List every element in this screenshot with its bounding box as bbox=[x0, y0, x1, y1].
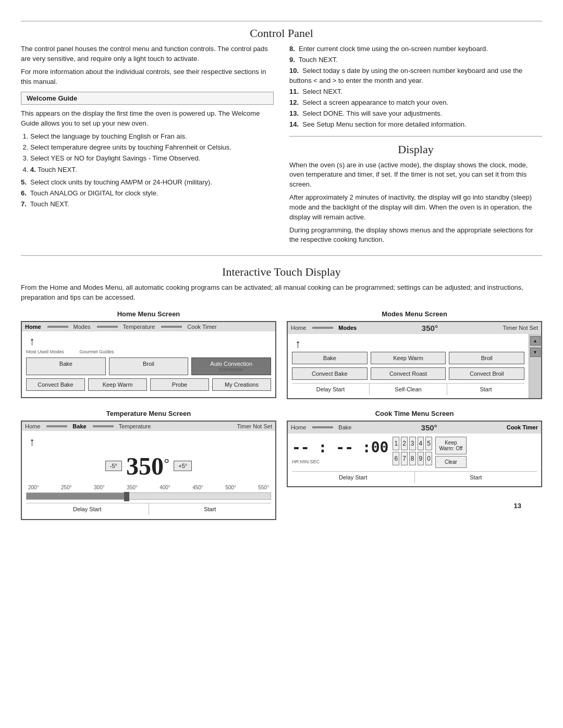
temp-start-btn[interactable]: Start bbox=[149, 503, 272, 515]
control-panel-title: Control Panel bbox=[21, 27, 542, 40]
numpad-side-buttons: Keep Warm: Off Clear bbox=[435, 437, 467, 468]
modes-scroll-down-btn[interactable]: ▼ bbox=[530, 348, 541, 357]
temp-scale-550: 550° bbox=[258, 485, 269, 490]
cook-header-timer[interactable]: Cook Timer bbox=[507, 424, 538, 430]
modes-scroll-up-btn[interactable]: ▲ bbox=[530, 336, 541, 346]
welcome-step-14: 14. See Setup Menu section for more deta… bbox=[289, 120, 542, 129]
home-my-creations-btn[interactable]: My Creations bbox=[212, 378, 271, 391]
display-para1: When the oven (s) are in use (active mod… bbox=[289, 161, 542, 190]
welcome-step-1: Select the language by touching English … bbox=[30, 132, 274, 141]
modes-start-btn[interactable]: Start bbox=[447, 384, 524, 395]
temp-delay-start-btn[interactable]: Delay Start bbox=[26, 503, 149, 515]
home-header-bar2 bbox=[97, 326, 118, 328]
home-screen-body: ↑ Most Used Modes Gourmet Guides Bake Br… bbox=[22, 331, 275, 397]
home-header-timer[interactable]: Cook Timer bbox=[187, 324, 216, 330]
numpad-9[interactable]: 9 bbox=[418, 452, 424, 465]
temp-screen-label: Temperature Menu Screen bbox=[21, 410, 276, 417]
temp-plus-btn[interactable]: +5° bbox=[174, 461, 192, 471]
welcome-step-6: 6. Touch ANALOG or DIGITAL for clock sty… bbox=[21, 189, 274, 198]
modes-up-arrow: ↑ bbox=[295, 338, 524, 350]
temp-screen-block: Temperature Menu Screen Home Bake Temper… bbox=[21, 410, 276, 520]
home-bake-btn[interactable]: Bake bbox=[26, 357, 106, 375]
home-broil-btn[interactable]: Broil bbox=[109, 357, 189, 375]
numpad-2[interactable]: 2 bbox=[401, 437, 408, 450]
home-screen-block: Home Menu Screen Home Modes Temperature … bbox=[21, 310, 276, 399]
cook-header-bake[interactable]: Bake bbox=[338, 424, 351, 430]
cook-time-display: -- : -- :00 bbox=[292, 439, 388, 456]
home-header-bar3 bbox=[161, 326, 182, 328]
modes-btn-row1: Bake Keep Warm Broil bbox=[292, 352, 524, 364]
numpad-6[interactable]: 6 bbox=[393, 452, 399, 465]
numpad-5[interactable]: 5 bbox=[425, 437, 432, 450]
modes-bake-btn[interactable]: Bake bbox=[292, 352, 368, 364]
modes-delay-start-btn[interactable]: Delay Start bbox=[292, 384, 370, 395]
modes-convect-broil-btn[interactable]: Convect Broil bbox=[449, 367, 524, 380]
cook-delay-start-btn[interactable]: Delay Start bbox=[292, 472, 415, 483]
temp-scale-300: 300° bbox=[94, 485, 105, 490]
temp-header-bake[interactable]: Bake bbox=[72, 423, 86, 429]
page-number: 13 bbox=[514, 502, 521, 510]
welcome-guide-steps-right: 8. Enter current clock time using the on… bbox=[289, 44, 542, 130]
modes-broil-btn[interactable]: Broil bbox=[449, 352, 524, 364]
cook-time-screen-block: Cook Time Menu Screen Home Bake 350° Coo… bbox=[287, 410, 542, 520]
cook-hr-label: HR:MIN:SEC bbox=[292, 459, 388, 464]
numpad-8[interactable]: 8 bbox=[409, 452, 416, 465]
welcome-step-2: Select temperature degree units by touch… bbox=[30, 143, 274, 152]
modes-header-modes[interactable]: Modes bbox=[338, 325, 357, 331]
welcome-guide-steps: Select the language by touching English … bbox=[30, 132, 274, 175]
welcome-step-9: 9. Touch NEXT. bbox=[289, 55, 542, 65]
numpad-1[interactable]: 1 bbox=[393, 437, 399, 450]
home-most-used-label: Most Used Modes bbox=[26, 349, 64, 354]
temp-big-display: -5° 350° +5° bbox=[26, 452, 271, 480]
modes-screen-block: Modes Menu Screen Home Modes 350° Timer … bbox=[287, 310, 542, 399]
welcome-step-3: Select YES or NO for Daylight Savings - … bbox=[30, 154, 274, 163]
temp-slider-bar[interactable] bbox=[26, 492, 271, 500]
modes-keep-warm-btn[interactable]: Keep Warm bbox=[371, 352, 446, 364]
cook-bottom-row: Delay Start Start bbox=[292, 471, 537, 483]
welcome-step-8: 8. Enter current clock time using the on… bbox=[289, 44, 542, 54]
modes-screen-body: ↑ Bake Keep Warm Broil Convect Bake Conv… bbox=[288, 334, 541, 398]
temp-scale-250: 250° bbox=[61, 485, 72, 490]
numpad-0[interactable]: 0 bbox=[425, 452, 432, 465]
modes-convect-roast-btn[interactable]: Convect Roast bbox=[371, 367, 446, 380]
welcome-guide-heading: Welcome Guide bbox=[27, 94, 77, 102]
temp-minus-btn[interactable]: -5° bbox=[105, 461, 122, 471]
temp-screen-header: Home Bake Temperature Timer Not Set bbox=[22, 422, 275, 431]
home-auto-conv-btn[interactable]: Auto Convection Conversion bbox=[191, 357, 271, 375]
numpad-4[interactable]: 4 bbox=[418, 437, 424, 450]
welcome-step-11: 11. Select NEXT. bbox=[289, 87, 542, 96]
temp-header-timer: Timer Not Set bbox=[237, 423, 272, 429]
home-probe-btn[interactable]: Probe bbox=[150, 378, 209, 391]
temp-up-arrow: ↑ bbox=[29, 436, 271, 448]
cook-header-bar1 bbox=[312, 426, 333, 428]
cook-header-home[interactable]: Home bbox=[291, 424, 306, 430]
numpad-7[interactable]: 7 bbox=[401, 452, 408, 465]
display-para3: During programming, the display shows me… bbox=[289, 226, 542, 245]
temp-header-temperature[interactable]: Temperature bbox=[119, 423, 151, 429]
welcome-step-7: 7. Touch NEXT. bbox=[21, 200, 274, 209]
modes-convect-bake-btn[interactable]: Convect Bake bbox=[292, 367, 368, 380]
modes-self-clean-btn[interactable]: Self-Clean bbox=[370, 384, 447, 395]
temp-scale-350: 350° bbox=[127, 485, 138, 490]
welcome-step-10: 10. Select today s date by using the on-… bbox=[289, 66, 542, 85]
temp-scale-500: 500° bbox=[225, 485, 236, 490]
temp-header-home[interactable]: Home bbox=[25, 423, 40, 429]
home-header-temperature[interactable]: Temperature bbox=[123, 324, 155, 330]
keep-warm-off-btn[interactable]: Keep Warm: Off bbox=[435, 437, 467, 454]
home-header-modes[interactable]: Modes bbox=[74, 324, 91, 330]
temp-bottom-row: Delay Start Start bbox=[26, 503, 271, 515]
numpad-3[interactable]: 3 bbox=[409, 437, 416, 450]
home-keep-warm-btn[interactable]: Keep Warm bbox=[88, 378, 147, 391]
temp-slider-fill bbox=[27, 493, 129, 499]
home-screen-label: Home Menu Screen bbox=[21, 310, 276, 318]
welcome-step-5: 5. Select clock units by touching AM/PM … bbox=[21, 178, 274, 187]
clear-btn[interactable]: Clear bbox=[435, 456, 467, 468]
modes-header-temp: 350° bbox=[422, 324, 438, 332]
cook-start-btn[interactable]: Start bbox=[415, 472, 537, 483]
home-convect-bake-btn[interactable]: Convect Bake bbox=[26, 378, 85, 391]
cook-time-screen-label: Cook Time Menu Screen bbox=[287, 410, 542, 417]
home-up-arrow: ↑ bbox=[29, 336, 271, 347]
home-header-home[interactable]: Home bbox=[25, 324, 41, 330]
home-btn-row2: Convect Bake Keep Warm Probe My Creation… bbox=[26, 378, 271, 391]
modes-header-home[interactable]: Home bbox=[291, 325, 306, 331]
